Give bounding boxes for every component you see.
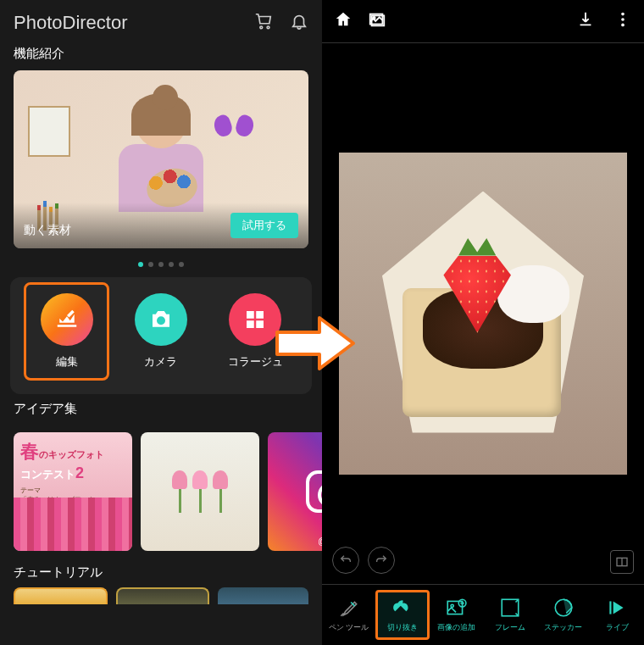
compare-icon[interactable] (610, 550, 634, 574)
actions-row: 編集 カメラ コラージュ (10, 277, 312, 394)
ideas-row: 春のキッズフォト コンテスト2 テーマ 「春みつけキッズフォト」 開催期間：3/… (0, 425, 322, 558)
tutorial-card[interactable] (116, 587, 210, 604)
camera-label: カメラ (144, 354, 177, 370)
svg-point-0 (260, 26, 263, 29)
svg-point-11 (621, 18, 625, 21)
home-icon[interactable] (334, 10, 353, 32)
svg-rect-5 (247, 320, 254, 328)
arrow-indicator (273, 314, 358, 373)
image-canvas[interactable] (322, 43, 644, 584)
tutorials-row (14, 587, 308, 604)
tutorial-card[interactable] (218, 587, 308, 604)
editor-panel: ペン ツール 切り抜き 画像の追加 フレーム ステッカー ライブ (322, 0, 644, 645)
pen-tool[interactable]: ペン ツール (322, 590, 375, 640)
edit-icon (41, 293, 93, 346)
features-section-title: 機能紹介 (0, 46, 322, 70)
svg-point-12 (621, 24, 625, 27)
bottom-toolbar: ペン ツール 切り抜き 画像の追加 フレーム ステッカー ライブ (322, 584, 644, 645)
feature-label: 動く素材 (24, 223, 71, 238)
ideas-section-title: アイデア集 (0, 401, 322, 425)
svg-point-10 (621, 13, 625, 16)
svg-rect-3 (247, 311, 254, 319)
edited-image (339, 153, 627, 475)
add-image-tool[interactable]: 画像の追加 (430, 590, 483, 640)
crop-tool[interactable]: 切り抜き (375, 590, 429, 640)
try-button[interactable]: 試用する (230, 213, 298, 238)
editor-header (322, 0, 644, 43)
svg-point-1 (267, 26, 269, 29)
app-title: PhotoDirector (14, 12, 128, 34)
tutorials-section-title: チュートリアル (14, 564, 308, 581)
bell-icon[interactable] (290, 12, 308, 34)
more-icon[interactable] (613, 10, 632, 32)
live-tool[interactable]: ライブ (591, 590, 644, 640)
cart-icon[interactable] (254, 12, 273, 34)
edit-action[interactable]: 編集 (24, 282, 109, 381)
svg-point-2 (157, 316, 165, 325)
feature-card[interactable]: 動く素材 試用する (14, 70, 308, 248)
svg-rect-4 (257, 311, 264, 319)
sticker-tool[interactable]: ステッカー (536, 590, 590, 640)
edit-label: 編集 (56, 354, 78, 370)
idea-card-instagram[interactable]: @ph (268, 432, 322, 551)
idea-card-tulips[interactable] (141, 432, 259, 551)
redo-button[interactable] (368, 547, 395, 574)
camera-icon (135, 293, 187, 346)
download-icon[interactable] (576, 10, 595, 32)
frame-tool[interactable]: フレーム (483, 590, 536, 640)
tutorial-card[interactable] (14, 587, 108, 604)
svg-rect-6 (257, 320, 264, 328)
camera-action[interactable]: カメラ (118, 282, 203, 381)
pagination-dots[interactable] (0, 255, 322, 277)
undo-button[interactable] (332, 547, 359, 574)
app-header: PhotoDirector (0, 0, 322, 46)
gallery-icon[interactable] (368, 10, 386, 32)
idea-card-spring[interactable]: 春のキッズフォト コンテスト2 テーマ 「春みつけキッズフォト」 開催期間：3/… (14, 432, 132, 551)
